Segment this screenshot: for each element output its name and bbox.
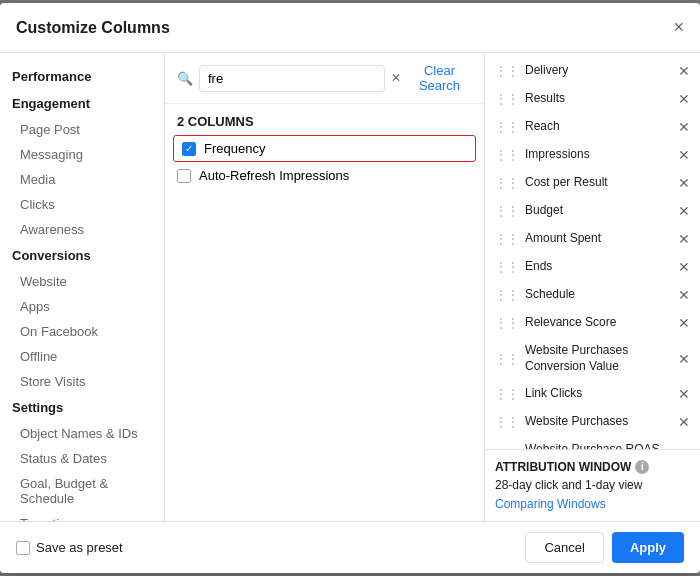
- selected-column-label: Cost per Result: [525, 175, 672, 191]
- sidebar-item-page-post[interactable]: Page Post: [0, 117, 164, 142]
- right-panel: ⋮⋮ Delivery ✕ ⋮⋮ Results ✕ ⋮⋮ Reach ✕ ⋮⋮…: [485, 53, 700, 521]
- selected-column-item: ⋮⋮ Relevance Score ✕: [485, 309, 700, 337]
- columns-count-label: 2 COLUMNS: [165, 104, 484, 135]
- search-input[interactable]: [199, 65, 385, 92]
- selected-column-label: Delivery: [525, 63, 672, 79]
- attribution-info-icon: i: [635, 460, 649, 474]
- cancel-button[interactable]: Cancel: [525, 532, 603, 563]
- selected-column-item: ⋮⋮ Schedule ✕: [485, 281, 700, 309]
- selected-column-item: ⋮⋮ Impressions ✕: [485, 141, 700, 169]
- remove-column-button[interactable]: ✕: [678, 231, 690, 247]
- drag-handle-icon[interactable]: ⋮⋮: [495, 148, 519, 162]
- drag-handle-icon[interactable]: ⋮⋮: [495, 92, 519, 106]
- drag-handle-icon[interactable]: ⋮⋮: [495, 316, 519, 330]
- sidebar-item-website[interactable]: Website: [0, 269, 164, 294]
- search-bar: 🔍 ✕ Clear Search: [165, 53, 484, 104]
- remove-column-button[interactable]: ✕: [678, 414, 690, 430]
- drag-handle-icon[interactable]: ⋮⋮: [495, 232, 519, 246]
- drag-handle-icon[interactable]: ⋮⋮: [495, 415, 519, 429]
- selected-columns-list: ⋮⋮ Delivery ✕ ⋮⋮ Results ✕ ⋮⋮ Reach ✕ ⋮⋮…: [485, 53, 700, 449]
- footer-buttons: Cancel Apply: [525, 532, 684, 563]
- section-header-settings: Settings: [0, 394, 164, 421]
- sidebar-item-status-dates[interactable]: Status & Dates: [0, 446, 164, 471]
- selected-column-item: ⋮⋮ Website Purchases ✕: [485, 408, 700, 436]
- sidebar-item-messaging[interactable]: Messaging: [0, 142, 164, 167]
- save-preset-check[interactable]: [16, 541, 30, 555]
- auto-refresh-label: Auto-Refresh Impressions: [199, 168, 349, 183]
- comparing-windows-link[interactable]: Comparing Windows: [495, 497, 606, 511]
- sidebar-item-on-facebook[interactable]: On Facebook: [0, 319, 164, 344]
- selected-column-label: Results: [525, 91, 672, 107]
- search-clear-icon[interactable]: ✕: [391, 71, 401, 85]
- clear-search-button[interactable]: Clear Search: [407, 63, 472, 93]
- selected-column-label: Relevance Score: [525, 315, 672, 331]
- selected-column-label: Website Purchases: [525, 414, 672, 430]
- selected-column-item: ⋮⋮ Cost per Result ✕: [485, 169, 700, 197]
- selected-column-item: ⋮⋮ Ends ✕: [485, 253, 700, 281]
- sidebar-item-targeting[interactable]: Targeting: [0, 511, 164, 521]
- remove-column-button[interactable]: ✕: [678, 119, 690, 135]
- frequency-checkbox[interactable]: ✓: [182, 142, 196, 156]
- section-header-engagement: Engagement: [0, 90, 164, 117]
- drag-handle-icon[interactable]: ⋮⋮: [495, 176, 519, 190]
- attribution-title: ATTRIBUTION WINDOW i: [495, 460, 690, 474]
- modal-overlay: Customize Columns × Performance Engageme…: [0, 0, 700, 576]
- selected-column-item: ⋮⋮ Amount Spent ✕: [485, 225, 700, 253]
- selected-column-item: ⋮⋮ Link Clicks ✕: [485, 380, 700, 408]
- save-preset-checkbox[interactable]: Save as preset: [16, 540, 123, 555]
- selected-column-label: Impressions: [525, 147, 672, 163]
- drag-handle-icon[interactable]: ⋮⋮: [495, 64, 519, 78]
- remove-column-button[interactable]: ✕: [678, 175, 690, 191]
- sidebar-item-goal-budget[interactable]: Goal, Budget & Schedule: [0, 471, 164, 511]
- drag-handle-icon[interactable]: ⋮⋮: [495, 260, 519, 274]
- selected-column-item: ⋮⋮ Reach ✕: [485, 113, 700, 141]
- selected-column-label: Website Purchases Conversion Value: [525, 343, 672, 374]
- selected-column-item: ⋮⋮ Results ✕: [485, 85, 700, 113]
- middle-panel: 🔍 ✕ Clear Search 2 COLUMNS ✓ Frequency A…: [165, 53, 485, 521]
- save-preset-label: Save as preset: [36, 540, 123, 555]
- selected-column-item: ⋮⋮ Delivery ✕: [485, 57, 700, 85]
- drag-handle-icon[interactable]: ⋮⋮: [495, 352, 519, 366]
- remove-column-button[interactable]: ✕: [678, 386, 690, 402]
- drag-handle-icon[interactable]: ⋮⋮: [495, 387, 519, 401]
- column-item-auto-refresh[interactable]: Auto-Refresh Impressions: [165, 162, 484, 189]
- modal-header: Customize Columns ×: [0, 3, 700, 53]
- sidebar-item-apps[interactable]: Apps: [0, 294, 164, 319]
- apply-button[interactable]: Apply: [612, 532, 684, 563]
- drag-handle-icon[interactable]: ⋮⋮: [495, 204, 519, 218]
- sidebar-item-offline[interactable]: Offline: [0, 344, 164, 369]
- search-icon: 🔍: [177, 71, 193, 86]
- drag-handle-icon[interactable]: ⋮⋮: [495, 120, 519, 134]
- close-button[interactable]: ×: [673, 17, 684, 38]
- selected-column-label: Amount Spent: [525, 231, 672, 247]
- remove-column-button[interactable]: ✕: [678, 147, 690, 163]
- remove-column-button[interactable]: ✕: [678, 91, 690, 107]
- sidebar-item-clicks[interactable]: Clicks: [0, 192, 164, 217]
- auto-refresh-checkbox[interactable]: [177, 169, 191, 183]
- selected-column-item: ⋮⋮ Budget ✕: [485, 197, 700, 225]
- sidebar-item-store-visits[interactable]: Store Visits: [0, 369, 164, 394]
- section-header-conversions: Conversions: [0, 242, 164, 269]
- sidebar-item-awareness[interactable]: Awareness: [0, 217, 164, 242]
- remove-column-button[interactable]: ✕: [678, 259, 690, 275]
- selected-column-label: Schedule: [525, 287, 672, 303]
- sidebar-item-media[interactable]: Media: [0, 167, 164, 192]
- modal-body: Performance Engagement Page Post Messagi…: [0, 53, 700, 521]
- selected-column-label: Reach: [525, 119, 672, 135]
- sidebar-item-object-names[interactable]: Object Names & IDs: [0, 421, 164, 446]
- frequency-label: Frequency: [204, 141, 265, 156]
- remove-column-button[interactable]: ✕: [678, 63, 690, 79]
- modal: Customize Columns × Performance Engageme…: [0, 3, 700, 573]
- modal-footer: Save as preset Cancel Apply: [0, 521, 700, 573]
- attribution-value: 28-day click and 1-day view: [495, 478, 690, 492]
- column-item-frequency[interactable]: ✓ Frequency: [173, 135, 476, 162]
- remove-column-button[interactable]: ✕: [678, 287, 690, 303]
- modal-title: Customize Columns: [16, 19, 170, 37]
- drag-handle-icon[interactable]: ⋮⋮: [495, 288, 519, 302]
- selected-column-label: Link Clicks: [525, 386, 672, 402]
- remove-column-button[interactable]: ✕: [678, 315, 690, 331]
- remove-column-button[interactable]: ✕: [678, 351, 690, 367]
- remove-column-button[interactable]: ✕: [678, 203, 690, 219]
- selected-column-item: ⋮⋮ Website Purchases Conversion Value ✕: [485, 337, 700, 380]
- selected-column-label: Ends: [525, 259, 672, 275]
